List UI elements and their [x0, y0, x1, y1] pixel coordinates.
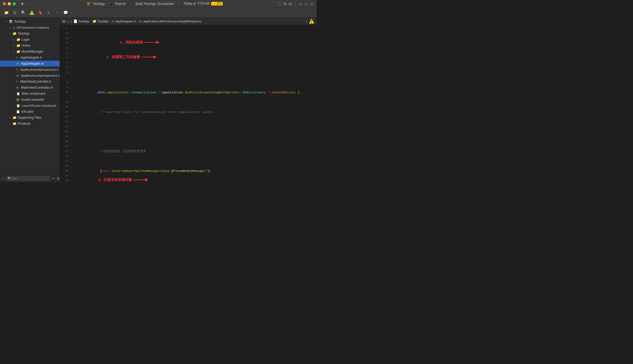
breadcrumb-m-icon: m [112, 20, 114, 23]
sidebar-item-appbusiness-m[interactable]: m AppBusinessApiImplement.m [0, 73, 60, 79]
sidebar-item-appdelegate-h[interactable]: h AppDelegate.h [0, 55, 60, 61]
play-button[interactable] [20, 1, 25, 7]
breadcrumb-m-icon2: m [139, 20, 142, 23]
warning-button[interactable]: ⚠️ [28, 9, 35, 16]
xcodeproj-icon: 🗂 [13, 26, 15, 29]
filter-options-button[interactable]: ↩ [52, 176, 55, 181]
sidebar-item-assets[interactable]: 🖼 Assets.xcassets [0, 97, 60, 103]
build-time: Today at 下午5:48 [183, 1, 210, 6]
sidebar: ▾ 📦 TestApp ▸ 🗂 SJFramework.xcodeproj ▾ … [0, 17, 60, 182]
disclosure-triangle: ▸ [9, 26, 11, 29]
code-editor[interactable]: 67 68 69 70 71 72 73 74 75 76 77 78 79 8… [60, 25, 316, 182]
sidebar-label: LaunchScreen.storyboard [22, 104, 56, 107]
sidebar-item-launchscreen[interactable]: 📋 LaunchScreen.storyboard [0, 103, 60, 109]
warning-count: 217 [217, 2, 221, 5]
debug-toggle[interactable]: ▭ [304, 2, 308, 6]
sidebar-label: Info.plist [21, 110, 34, 114]
sidebar-label: AppDelegate.h [20, 56, 42, 59]
minimize-button[interactable] [8, 2, 11, 5]
sidebar-item-modelmanager[interactable]: ▸ 📁 ModelManager [0, 49, 60, 55]
disclosure-triangle: ▸ [13, 50, 15, 53]
sidebar-item-mainvc-h[interactable]: h MainViewController.h [0, 79, 60, 85]
sidebar-label: MainViewController.h [20, 80, 51, 83]
disclosure-triangle: ▾ [5, 20, 8, 23]
folder-icon: 📁 [16, 50, 20, 53]
disclosure-triangle: ▾ [9, 32, 11, 35]
traffic-lights [3, 2, 16, 5]
breadcrumb-file[interactable]: AppDelegate.m [115, 20, 136, 23]
code-line-70: //初始化框架，设置模块管理类 [74, 144, 314, 149]
comment-button[interactable]: 💬 [62, 9, 69, 16]
annotation-3: 3、注册业务实现对象 [98, 177, 132, 182]
app-name: TestApp [93, 2, 104, 6]
folder-icon: 📦 [9, 20, 13, 23]
filter-sort-button[interactable]: ⊕ [57, 176, 60, 181]
breadcrumb-method[interactable]: -application:didFinishLaunchingWithOptio… [143, 20, 202, 23]
sidebar-item-testapp-root[interactable]: ▾ 📦 TestApp [0, 19, 60, 25]
add-file-button[interactable]: + [2, 176, 4, 181]
sidebar-item-home[interactable]: ▸ 📁 Home [0, 43, 60, 49]
disclosure-triangle: ▸ [9, 116, 11, 119]
sidebar-item-supporting-files[interactable]: ▸ 📁 Supporting Files [0, 115, 60, 121]
sidebar-item-products[interactable]: ▸ 📁 Products [0, 121, 60, 127]
grid-view-button[interactable]: ⊞ [62, 19, 65, 23]
sidebar-item-sjframework[interactable]: ▸ 🗂 SJFramework.xcodeproj [0, 25, 60, 31]
sidebar-label: AppDelegate.m [21, 62, 44, 65]
close-button[interactable] [3, 2, 6, 5]
maximize-button[interactable] [13, 2, 16, 5]
list-bullet-button[interactable]: ≡ [45, 9, 52, 16]
sidebar-label: MainViewController.m [21, 86, 53, 89]
sidebar-label: Login [22, 38, 29, 41]
code-line-71: [self initFrameworkWithVmManagerClass:@"… [74, 164, 314, 169]
build-status: Build TestApp: Succeeded [136, 2, 174, 6]
sidebar-item-testapp-folder[interactable]: ▾ 📁 TestApp [0, 31, 60, 37]
modified-badge: M [55, 62, 58, 65]
breadcrumb-testapp2[interactable]: TestApp [98, 20, 109, 23]
folder-icon: 📁 [16, 38, 20, 41]
nav-back-button[interactable]: ‹ [67, 19, 68, 24]
sidebar-label: TestApp [18, 32, 29, 35]
assistant-view-button[interactable]: ⧉ [284, 1, 286, 6]
sidebar-item-login[interactable]: ▸ 📁 Login [0, 37, 60, 43]
disclosure-triangle: ▸ [13, 44, 15, 47]
bookmark-button[interactable]: 🔖 [37, 9, 44, 16]
device-icon: 📱 [109, 2, 113, 6]
utilities-toggle[interactable]: ▭ [310, 2, 314, 6]
sidebar-item-mainvc-m[interactable]: m MainViewController.m [0, 85, 60, 91]
arrow-button[interactable]: → [53, 9, 61, 16]
sidebar-label: AppBusinessApiImplement.m [21, 74, 60, 77]
breadcrumb-testapp[interactable]: TestApp [79, 20, 89, 23]
folder-button[interactable]: 📁 [3, 9, 10, 16]
sidebar-label: TestApp [14, 20, 26, 23]
folder-icon: 📁 [13, 122, 17, 126]
device-name: iPad Air [115, 2, 126, 6]
sidebar-item-infoplist[interactable]: 📄 Info.plist [0, 109, 60, 115]
filter-input[interactable] [11, 177, 49, 180]
sidebar-label: SJFramework.xcodeproj [16, 26, 49, 29]
sidebar-label: Supporting Files [18, 116, 41, 120]
sidebar-label: Products [18, 122, 31, 126]
navigator-toggle[interactable]: ▭ [299, 2, 302, 6]
sidebar-label: ModelManager [22, 50, 43, 53]
code-content: 1、初始化框架 2、设置第三方的参数 3、注册业务实现对象 [71, 25, 316, 182]
annotation-2: 2、设置第三方的参数 [106, 55, 140, 59]
editor-view-button[interactable]: ⬛ [277, 2, 282, 6]
main-layout: ▾ 📦 TestApp ▸ 🗂 SJFramework.xcodeproj ▾ … [0, 17, 316, 182]
nav-bar: ⊞ ‹ › 📄 TestApp › 📁 TestApp › m AppDeleg… [60, 17, 316, 25]
list-button[interactable]: ☰ [11, 9, 18, 16]
search-button[interactable]: 🔍 [20, 9, 27, 16]
disclosure-triangle: ▸ [9, 122, 11, 125]
sidebar-item-main-storyboard[interactable]: 📋 Main.storyboard [0, 91, 60, 97]
sidebar-label: AppBusinessApiImplement.h [20, 68, 59, 71]
warning-badge[interactable]: ⚠️ 217 [211, 2, 223, 5]
nav-forward-button[interactable]: › [70, 19, 71, 24]
sidebar-item-appdelegate-m[interactable]: m AppDelegate.m M [0, 61, 60, 67]
filter-search-icon: 🔍 [8, 177, 11, 180]
warning-icon: ⚠️ [213, 2, 216, 5]
sidebar-item-appbusiness-h[interactable]: h AppBusinessApiImplement.h [0, 67, 60, 73]
nav-warning-button[interactable]: ⚠️ [309, 19, 314, 24]
line-numbers: 67 68 69 70 71 72 73 74 75 76 77 78 79 8… [60, 25, 71, 182]
breadcrumb-folder-icon: 📁 [92, 19, 97, 23]
nav-right-back[interactable]: ‹ [306, 19, 307, 24]
version-editor-button[interactable]: ⊟ [289, 2, 292, 6]
